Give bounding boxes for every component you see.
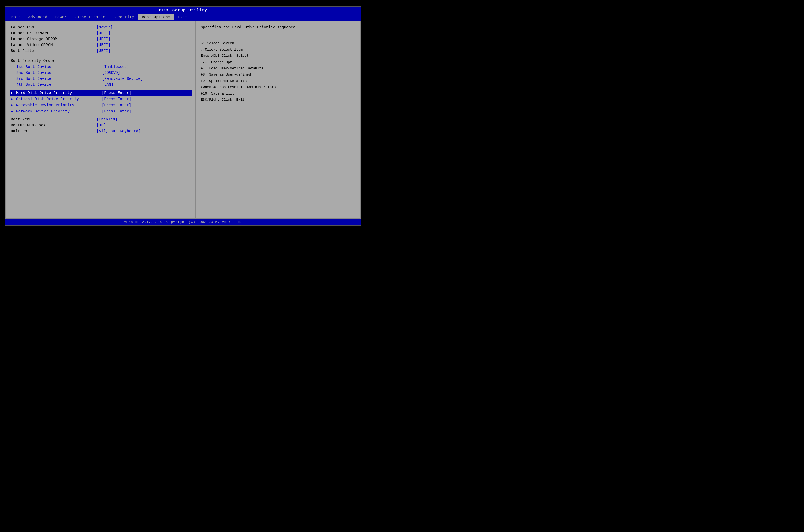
menu-item-exit[interactable]: Exit — [174, 14, 191, 20]
priority-label: Removable Device Priority — [16, 103, 102, 107]
row-label: Launch PXE OPROM — [11, 31, 96, 35]
left-panel: Launch CSM[Never]Launch PXE OPROM[UEFI]L… — [6, 21, 196, 218]
key-help-item: F10: Save & Exit — [201, 91, 355, 97]
divider — [201, 37, 355, 37]
submenu-arrow-icon: ▶ — [11, 91, 15, 95]
boot-device-value: [CD&DVD] — [102, 71, 120, 75]
boot-device-value: [Tumbleweed] — [102, 65, 129, 69]
title-bar: BIOS Setup Utility — [5, 7, 361, 14]
submenu-arrow-icon: ▶ — [11, 103, 15, 107]
right-panel: Specifies the Hard Drive Priority sequen… — [196, 21, 360, 218]
menu-item-authentication[interactable]: Authentication — [71, 14, 111, 20]
boot-device-row[interactable]: 4th Boot Device[LAN] — [11, 82, 190, 88]
key-help-item: ESC/Right Click: Exit — [201, 97, 355, 103]
priority-value: [Press Enter] — [102, 97, 131, 101]
submenu-arrow-icon: ▶ — [11, 109, 15, 114]
table-row: Boot Filter[UEFI] — [11, 48, 190, 54]
help-text: Specifies the Hard Drive Priority sequen… — [201, 24, 355, 30]
row-label: Launch Storage OPROM — [11, 37, 96, 41]
table-row: Launch Video OPROM[UEFI] — [11, 42, 190, 48]
key-help-item: +/-: Change Opt. — [201, 59, 355, 65]
priority-label: Network Device Priority — [16, 109, 102, 114]
row-value: [UEFI] — [96, 37, 110, 41]
key-help-item: ↔: Select Screen — [201, 40, 355, 46]
table-row: Boot Menu[Enabled] — [11, 116, 190, 122]
row-value: [All, but Keyboard] — [96, 129, 141, 133]
boot-priority-header: Boot Priority Order — [11, 59, 190, 63]
table-row: Halt On[All, but Keyboard] — [11, 128, 190, 134]
footer: Version 2.17.1245. Copyright (C) 2002-20… — [5, 219, 361, 225]
menu-item-power[interactable]: Power — [51, 14, 71, 20]
table-row: Launch PXE OPROM[UEFI] — [11, 30, 190, 36]
table-row: Launch CSM[Never] — [11, 24, 190, 30]
key-help-item: F8: Save as User-defined — [201, 72, 355, 78]
menu-item-boot-options[interactable]: Boot Options — [138, 14, 174, 20]
table-row: Bootup Num-Lock[On] — [11, 122, 190, 128]
title-text: BIOS Setup Utility — [159, 8, 207, 13]
priority-row[interactable]: ▶Optical Disk Drive Priority[Press Enter… — [11, 96, 190, 102]
boot-device-label: 2nd Boot Device — [16, 71, 102, 75]
menu-bar[interactable]: MainAdvancedPowerAuthenticationSecurityB… — [5, 14, 361, 21]
priority-row[interactable]: ▶Network Device Priority[Press Enter] — [11, 108, 190, 114]
boot-device-label: 4th Boot Device — [16, 82, 102, 87]
key-help: ↔: Select Screen↕/Click: Select ItemEnte… — [201, 40, 355, 103]
priority-label: Hard Disk Drive Priority — [16, 91, 102, 95]
arrow-icon — [11, 71, 15, 75]
key-help-item: F7: Load User-defined Defaults — [201, 65, 355, 72]
menu-item-security[interactable]: Security — [111, 14, 138, 20]
boot-device-value: [Removable Device] — [102, 77, 143, 81]
boot-device-row[interactable]: 3rd Boot Device[Removable Device] — [11, 76, 190, 82]
row-label: Boot Menu — [11, 117, 96, 121]
row-label: Bootup Num-Lock — [11, 123, 96, 128]
content-area: Launch CSM[Never]Launch PXE OPROM[UEFI]L… — [5, 21, 361, 219]
key-help-item: (When Access Level is Administrator) — [201, 84, 355, 90]
arrow-icon — [11, 77, 15, 81]
boot-device-value: [LAN] — [102, 82, 113, 87]
bios-screen: BIOS Setup Utility MainAdvancedPowerAuth… — [5, 6, 361, 226]
priority-value: [Press Enter] — [102, 103, 131, 107]
row-label: Launch Video OPROM — [11, 43, 96, 47]
row-value: [On] — [96, 123, 106, 128]
menu-item-advanced[interactable]: Advanced — [25, 14, 51, 20]
row-value: [Enabled] — [96, 117, 117, 121]
footer-text: Version 2.17.1245. Copyright (C) 2002-20… — [124, 220, 242, 224]
boot-device-row[interactable]: 1st Boot Device[Tumbleweed] — [11, 64, 190, 70]
row-value: [UEFI] — [96, 31, 110, 35]
boot-device-label: 1st Boot Device — [16, 65, 102, 69]
arrow-icon — [11, 65, 15, 69]
arrow-icon — [11, 82, 15, 87]
submenu-arrow-icon: ▶ — [11, 97, 15, 101]
row-label: Boot Filter — [11, 49, 96, 53]
priority-value: [Press Enter] — [102, 109, 131, 114]
row-label: Launch CSM — [11, 25, 96, 30]
priority-row[interactable]: ▶Removable Device Priority[Press Enter] — [11, 102, 190, 108]
row-value: [Never] — [96, 25, 113, 30]
row-value: [UEFI] — [96, 49, 110, 53]
priority-label: Optical Disk Drive Priority — [16, 97, 102, 101]
row-value: [UEFI] — [96, 43, 110, 47]
table-row: Launch Storage OPROM[UEFI] — [11, 36, 190, 42]
key-help-item: ↕/Click: Select Item — [201, 46, 355, 53]
key-help-item: Enter/Dbl Click: Select — [201, 53, 355, 59]
row-label: Halt On — [11, 129, 96, 133]
boot-device-label: 3rd Boot Device — [16, 77, 102, 81]
priority-value: [Press Enter] — [102, 91, 131, 95]
menu-item-main[interactable]: Main — [7, 14, 25, 20]
key-help-item: F9: Optimized Defaults — [201, 78, 355, 84]
priority-row[interactable]: ▶Hard Disk Drive Priority[Press Enter] — [10, 90, 191, 96]
boot-device-row[interactable]: 2nd Boot Device[CD&DVD] — [11, 70, 190, 76]
